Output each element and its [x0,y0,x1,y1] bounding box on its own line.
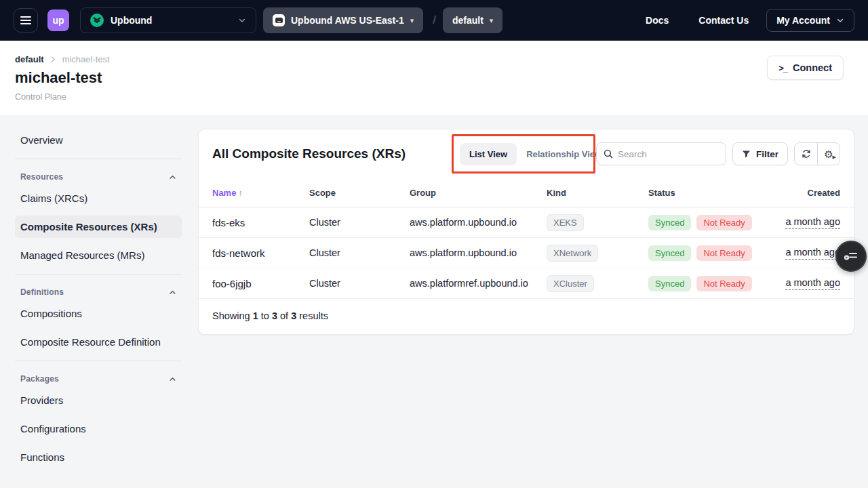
status-cell: Synced Not Ready [648,215,777,230]
header-tools: Filter ⚙ ▶ [596,142,840,165]
status-badge-not-ready: Not Ready [696,276,751,291]
feedback-widget-icon [844,251,859,262]
upbound-logo[interactable]: up [47,9,69,31]
xr-scope: Cluster [309,217,410,228]
contact-us-link[interactable]: Contact Us [698,15,749,26]
sidebar-item-claims-xrcs[interactable]: Claims (XRCs) [15,187,182,209]
sidebar-item-composite-resource-definition[interactable]: Composite Resource Definition [15,331,182,353]
created-cell[interactable]: a month ago [785,216,840,229]
kind-badge: XCluster [547,275,594,292]
filter-button[interactable]: Filter [732,142,788,165]
sidebar-item-providers[interactable]: Providers [15,389,182,411]
breadcrumb: default michael-test [15,54,854,64]
xr-name[interactable]: fds-network [212,247,309,259]
chevron-down-icon [238,16,246,24]
caret-down-icon: ▾ [490,16,494,25]
docs-link[interactable]: Docs [646,15,669,26]
auto-refresh-settings-button[interactable]: ⚙ ▶ [817,143,840,165]
column-header-created[interactable]: Created [808,188,840,198]
sidebar-item-configurations[interactable]: Configurations [15,418,182,440]
main-area: All Composite Resources (XRs) List View … [197,115,868,335]
column-header-group[interactable]: Group [410,188,547,198]
results-summary: Showing 1 to 3 of 3 results [199,299,854,334]
card-header: All Composite Resources (XRs) List View … [199,129,854,178]
collapse-chevron-icon [169,174,176,181]
refresh-icon [801,148,812,159]
status-cell: Synced Not Ready [648,276,777,291]
sort-ascending-icon: ↑ [238,188,242,198]
column-header-kind[interactable]: Kind [547,188,648,198]
table-row[interactable]: foo-6jgjb Cluster aws.platformref.upboun… [199,268,854,299]
table-header-row: Name↑ Scope Group Kind Status Created [199,178,854,207]
table-row[interactable]: fds-eks Cluster aws.platform.upbound.io … [199,207,854,238]
xr-name[interactable]: fds-eks [212,217,309,228]
sidebar-item-composite-resources-xrs[interactable]: Composite Resources (XRs) [15,216,182,238]
sidebar-item-managed-resources-mrs[interactable]: Managed Resources (MRs) [15,244,182,266]
ctp-switcher[interactable]: default ▾ [443,7,502,33]
tab-list-view[interactable]: List View [460,143,517,165]
status-badge-not-ready: Not Ready [696,215,751,230]
breadcrumb-chevron-icon [50,56,57,63]
control-plane-icon [273,14,285,26]
collapse-chevron-icon [169,375,176,383]
group-switcher-label: Upbound AWS US-East-1 [291,15,404,26]
column-header-name[interactable]: Name↑ [212,188,309,198]
status-badge-synced: Synced [648,215,691,230]
created-cell[interactable]: a month ago [785,247,840,260]
connect-button[interactable]: >_ Connect [767,56,844,80]
page-header: default michael-test michael-test Contro… [0,41,868,115]
search-box[interactable] [596,142,726,165]
top-navbar: up Upbound Upbound AWS US-East-1 ▾ / def… [0,0,868,41]
terminal-icon: >_ [778,63,787,73]
org-switcher-label: Upbound [111,15,238,26]
filter-icon [742,150,751,159]
page-title: michael-test [15,69,854,87]
xr-group: aws.platform.upbound.io [410,217,547,228]
kind-badge: XEKS [547,214,584,231]
sidebar-item-functions[interactable]: Functions [15,446,182,468]
control-plane-group-switcher[interactable]: Upbound AWS US-East-1 ▾ [263,7,423,33]
xr-group: aws.platformref.upbound.io [410,278,547,289]
org-avatar-icon [90,14,104,27]
status-badge-synced: Synced [648,276,691,291]
column-header-scope[interactable]: Scope [309,188,410,198]
filter-label: Filter [756,149,778,159]
ctp-switcher-label: default [452,15,484,26]
column-header-status[interactable]: Status [648,188,777,198]
sidebar-divider [15,159,182,159]
composite-resources-card: All Composite Resources (XRs) List View … [198,129,854,335]
play-icon: ▶ [833,155,836,160]
chevron-down-icon [836,16,844,24]
hamburger-menu-button[interactable] [14,8,38,33]
table-row[interactable]: fds-network Cluster aws.platform.upbound… [199,238,854,268]
sidebar-item-compositions[interactable]: Compositions [15,302,182,325]
card-title: All Composite Resources (XRs) [212,146,406,161]
org-switcher-dropdown[interactable]: Upbound [80,7,256,33]
content-area: Overview Resources Claims (XRCs) Composi… [0,115,868,474]
xr-name[interactable]: foo-6jgjb [212,278,309,289]
sidebar-divider [15,361,182,361]
section-header-resources[interactable]: Resources [15,167,182,187]
collapse-chevron-icon [169,289,176,296]
breadcrumb-item-current: michael-test [62,54,110,64]
connect-label: Connect [793,62,832,73]
sidebar-divider [15,274,182,274]
refresh-button[interactable] [795,143,817,165]
kind-badge: XNetwork [547,245,598,262]
my-account-label: My Account [776,15,830,26]
status-badge-not-ready: Not Ready [696,245,751,261]
section-header-definitions[interactable]: Definitions [15,283,182,302]
feedback-widget-button[interactable] [835,241,867,272]
my-account-button[interactable]: My Account [766,9,854,32]
breadcrumb-item-default[interactable]: default [15,54,44,64]
navbar-right: Docs Contact Us My Account [616,9,854,32]
section-header-packages[interactable]: Packages [15,369,182,389]
path-separator: / [433,14,436,27]
sidebar-item-overview[interactable]: Overview [15,129,182,151]
view-toggle: List View Relationship View [460,129,604,178]
created-cell[interactable]: a month ago [785,277,840,290]
status-badge-synced: Synced [648,245,691,261]
search-input[interactable] [618,149,719,159]
tab-relationship-view[interactable]: Relationship View [524,143,604,165]
caret-down-icon: ▾ [410,16,414,25]
